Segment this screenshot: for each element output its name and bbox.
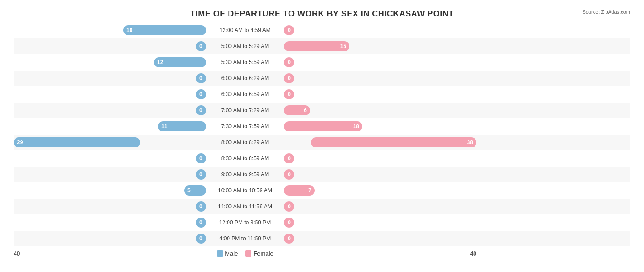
female-bar-value: 0 (284, 27, 294, 33)
female-bar-value: 0 (284, 91, 294, 98)
table-row: 510:00 AM to 10:59 AM7 (14, 183, 630, 198)
legend-area: Male Female (206, 250, 284, 257)
female-bar: 18 (284, 121, 362, 131)
female-bar-value: 0 (284, 203, 294, 210)
right-bar-container: 0 (284, 169, 476, 180)
male-bar: 29 (14, 137, 140, 147)
time-label: 8:00 AM to 8:29 AM (206, 139, 284, 146)
legend: Male Female (217, 250, 273, 257)
table-row: 298:00 AM to 8:29 AM38 (14, 135, 630, 150)
time-label: 12:00 PM to 3:59 PM (206, 219, 284, 226)
right-bar-container: 0 (284, 89, 476, 100)
legend-male-label: Male (225, 250, 238, 257)
male-bar-zero: 0 (196, 89, 206, 99)
time-label: 7:00 AM to 7:29 AM (206, 107, 284, 114)
chart-title: TIME OF DEPARTURE TO WORK BY SEX IN CHIC… (14, 9, 630, 19)
legend-female-label: Female (253, 250, 273, 257)
male-bar-zero: 0 (196, 234, 206, 244)
right-bar-container: 0 (284, 57, 476, 68)
chart-container: TIME OF DEPARTURE TO WORK BY SEX IN CHIC… (0, 0, 644, 272)
female-bar-value: 0 (284, 235, 294, 242)
male-bar-value: 0 (196, 43, 206, 49)
male-bar-value: 0 (196, 155, 206, 162)
right-bar-container: 7 (284, 185, 476, 196)
male-bar: 5 (184, 185, 206, 196)
table-row: 04:00 PM to 11:59 PM0 (14, 231, 630, 246)
right-bar-container: 0 (284, 153, 476, 164)
table-row: 09:00 AM to 9:59 AM0 (14, 167, 630, 182)
right-bar-container: 18 (284, 121, 476, 132)
right-bar-container: 0 (284, 201, 476, 212)
left-bar-container: 0 (14, 233, 206, 244)
right-bar-container: 0 (284, 25, 476, 36)
time-label: 10:00 AM to 10:59 AM (206, 187, 284, 194)
left-bar-container: 0 (14, 201, 206, 212)
x-axis-left: 40 (14, 250, 206, 257)
x-axis-row: 40 Male Female 40 (14, 250, 630, 257)
table-row: 1912:00 AM to 4:59 AM0 (14, 22, 630, 38)
female-bar-value: 38 (464, 139, 476, 146)
male-bar-zero: 0 (196, 105, 206, 115)
chart-body: 1912:00 AM to 4:59 AM005:00 AM to 5:29 A… (14, 22, 630, 246)
time-label: 8:30 AM to 8:59 AM (206, 155, 284, 162)
left-bar-container: 0 (14, 73, 206, 84)
time-label: 7:30 AM to 7:59 AM (206, 123, 284, 130)
female-bar-zero: 0 (284, 201, 294, 212)
male-bar-zero: 0 (196, 169, 206, 180)
female-bar-value: 0 (284, 75, 294, 82)
x-axis-left-label: 40 (14, 250, 20, 257)
female-bar: 38 (311, 137, 476, 147)
male-bar-value: 0 (196, 75, 206, 82)
male-bar-zero: 0 (196, 153, 206, 163)
x-axis-right: 40 (284, 250, 476, 257)
female-bar-zero: 0 (284, 89, 294, 99)
legend-female: Female (245, 250, 273, 257)
left-bar-container: 0 (14, 89, 206, 100)
table-row: 07:00 AM to 7:29 AM6 (14, 103, 630, 118)
female-bar-value: 15 (337, 43, 349, 49)
female-bar-value: 18 (350, 123, 362, 130)
left-bar-container: 12 (14, 57, 206, 68)
female-bar-zero: 0 (284, 153, 294, 163)
legend-female-dot (245, 250, 251, 257)
time-label: 4:00 PM to 11:59 PM (206, 235, 284, 242)
female-bar-zero: 0 (284, 234, 294, 244)
left-bar-container: 29 (14, 137, 206, 148)
female-bar-value: 0 (284, 155, 294, 162)
table-row: 06:30 AM to 6:59 AM0 (14, 87, 630, 102)
female-bar-zero: 0 (284, 169, 294, 180)
time-label: 6:00 AM to 6:29 AM (206, 75, 284, 82)
male-bar-value: 0 (196, 107, 206, 114)
male-bar-value: 0 (196, 203, 206, 210)
legend-male-dot (217, 250, 223, 257)
time-label: 5:00 AM to 5:29 AM (206, 43, 284, 49)
female-bar: 6 (284, 105, 310, 115)
table-row: 012:00 PM to 3:59 PM0 (14, 215, 630, 230)
female-bar-zero: 0 (284, 73, 294, 83)
male-bar-value: 12 (154, 59, 166, 65)
female-bar-value: 7 (305, 187, 315, 194)
time-label: 6:30 AM to 6:59 AM (206, 91, 284, 98)
table-row: 117:30 AM to 7:59 AM18 (14, 119, 630, 134)
right-bar-container: 0 (284, 233, 476, 244)
table-row: 06:00 AM to 6:29 AM0 (14, 71, 630, 86)
table-row: 05:00 AM to 5:29 AM15 (14, 38, 630, 54)
male-bar-value: 0 (196, 171, 206, 178)
right-bar-container: 6 (284, 105, 476, 116)
left-bar-container: 0 (14, 105, 206, 116)
x-axis-right-label: 40 (470, 250, 476, 257)
male-bar-zero: 0 (196, 73, 206, 83)
left-bar-container: 19 (14, 25, 206, 36)
female-bar-value: 0 (284, 59, 294, 65)
male-bar-zero: 0 (196, 201, 206, 212)
time-label: 5:30 AM to 5:59 AM (206, 59, 284, 65)
male-bar: 12 (154, 57, 206, 67)
legend-male: Male (217, 250, 238, 257)
male-bar-zero: 0 (196, 218, 206, 228)
female-bar-zero: 0 (284, 57, 294, 67)
female-bar-value: 0 (284, 219, 294, 226)
left-bar-container: 0 (14, 41, 206, 52)
male-bar-value: 0 (196, 91, 206, 98)
male-bar: 19 (123, 25, 206, 35)
right-bar-container: 0 (284, 217, 476, 228)
